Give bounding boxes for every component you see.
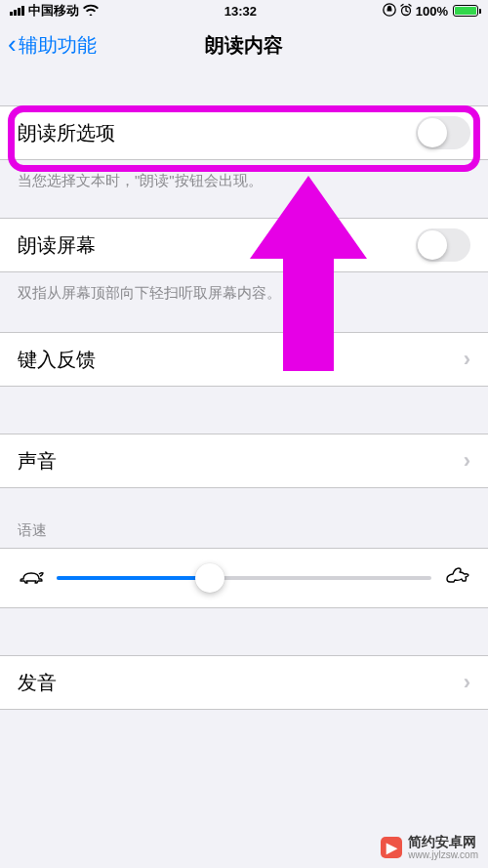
speak-selection-switch[interactable] <box>416 116 470 149</box>
pronunciations-row[interactable]: 发音 › <box>0 655 488 710</box>
carrier-label: 中国移动 <box>28 2 79 20</box>
speaking-rate-row <box>0 548 488 608</box>
status-left: 中国移动 <box>10 2 99 20</box>
typing-feedback-label: 键入反馈 <box>18 347 96 373</box>
wifi-icon <box>83 3 99 19</box>
speak-screen-footer: 双指从屏幕顶部向下轻扫听取屏幕内容。 <box>0 272 488 303</box>
voices-row[interactable]: 声音 › <box>0 434 488 488</box>
battery-percent: 100% <box>416 4 448 19</box>
watermark: ▶ 简约安卓网 www.jylzsw.com <box>381 835 478 860</box>
back-label: 辅助功能 <box>19 32 97 59</box>
alarm-icon <box>399 3 413 20</box>
chevron-right-icon: › <box>464 448 470 474</box>
speak-selection-row[interactable]: 朗读所选项 <box>0 105 488 160</box>
orientation-lock-icon <box>383 3 396 20</box>
battery-icon <box>453 5 478 17</box>
typing-feedback-row[interactable]: 键入反馈 › <box>0 332 488 387</box>
rabbit-icon <box>443 566 470 590</box>
voices-label: 声音 <box>18 448 57 475</box>
status-right: 100% <box>383 3 478 20</box>
back-button[interactable]: ‹ 辅助功能 <box>8 32 97 59</box>
speak-selection-footer: 当您选择文本时，"朗读"按钮会出现。 <box>0 160 488 190</box>
turtle-icon <box>18 567 45 589</box>
watermark-logo-icon: ▶ <box>381 837 402 858</box>
status-bar: 中国移动 13:32 100% <box>0 0 488 21</box>
chevron-left-icon: ‹ <box>8 31 17 57</box>
nav-bar: ‹ 辅助功能 朗读内容 <box>0 21 488 70</box>
chevron-right-icon: › <box>464 347 470 372</box>
speaking-rate-slider[interactable] <box>57 576 431 580</box>
status-time: 13:32 <box>224 4 257 19</box>
speak-selection-label: 朗读所选项 <box>18 120 115 146</box>
speak-screen-row[interactable]: 朗读屏幕 <box>0 218 488 272</box>
slider-thumb[interactable] <box>195 563 224 593</box>
speak-screen-switch[interactable] <box>416 228 470 262</box>
watermark-url: www.jylzsw.com <box>408 849 478 860</box>
chevron-right-icon: › <box>464 670 470 695</box>
rate-header: 语速 <box>0 521 488 548</box>
speak-screen-label: 朗读屏幕 <box>18 232 96 259</box>
cellular-signal-icon <box>10 6 24 16</box>
page-title: 朗读内容 <box>205 32 283 59</box>
pronunciations-label: 发音 <box>18 670 57 696</box>
watermark-title: 简约安卓网 <box>408 835 478 849</box>
